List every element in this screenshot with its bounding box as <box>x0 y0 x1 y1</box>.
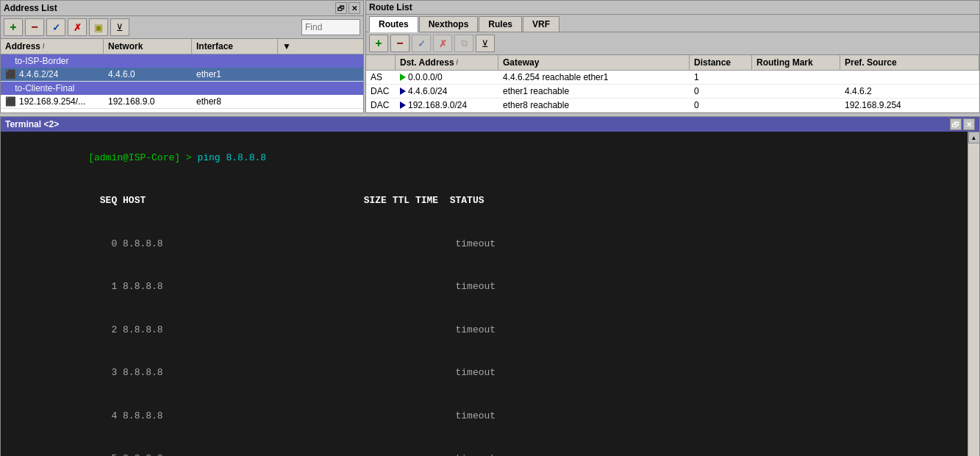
col-header-interface[interactable]: Interface <box>192 39 278 54</box>
route-toolbar: + − ✓ ✗ ⧉ ⊻ <box>366 32 979 55</box>
terminal-line: 1 8.8.8.8 timeout <box>8 266 960 309</box>
sort-arrow-dst: / <box>457 59 459 66</box>
route-gw-1: ether1 reachable <box>498 85 690 98</box>
route-filter-icon: ⊻ <box>482 38 489 49</box>
add-icon: + <box>10 21 16 34</box>
table-row[interactable]: DAC 192.168.9.0/24 ether8 reachable 0 19… <box>366 99 979 113</box>
terminal-line: [admin@ISP-Core] > ping 8.8.8.8 <box>8 136 960 179</box>
col-header-address[interactable]: Address / <box>1 39 104 54</box>
route-list-panel: Route List Routes Nexthops Rules VRF + <box>365 0 980 113</box>
col-header-flag <box>366 55 396 70</box>
cell-network: 4.4.6.0 <box>104 68 192 81</box>
route-check-button[interactable]: ✓ <box>412 35 431 52</box>
route-dist-1: 0 <box>690 85 752 98</box>
find-input[interactable] <box>301 19 360 35</box>
remove-icon: − <box>31 21 37 34</box>
route-dst-1: 4.4.6.0/24 <box>396 85 498 98</box>
col-header-gw[interactable]: Gateway <box>498 55 690 70</box>
tri-green-icon <box>400 74 406 81</box>
check-icon: ✓ <box>52 22 60 33</box>
table-row[interactable]: AS 0.0.0.0/0 4.4.6.254 reachable ether1 … <box>366 71 979 85</box>
route-ps-0 <box>840 76 979 79</box>
route-rm-0 <box>752 76 840 79</box>
close-button[interactable]: ✕ <box>348 2 360 14</box>
x-button[interactable]: ✗ <box>68 18 87 36</box>
terminal-titlebar: Terminal <2> 🗗 ✕ <box>1 117 979 132</box>
route-flag-dac-1: DAC <box>366 85 396 98</box>
terminal-restore-button[interactable]: 🗗 <box>950 118 962 130</box>
route-gw-2: ether8 reachable <box>498 99 690 112</box>
tri-darkblue-icon-1 <box>400 88 406 95</box>
route-add-button[interactable]: + <box>369 35 388 52</box>
address-icon: ⬛ <box>5 69 16 79</box>
address-table-body: ;;; to-ISP-Border ⬛ 4.4.6.2/24 4.4.6.0 e… <box>1 54 363 113</box>
scroll-track[interactable] <box>968 143 979 456</box>
terminal-line: 3 8.8.8.8 timeout <box>8 352 960 395</box>
terminal-content: [admin@ISP-Core] > ping 8.8.8.8 SEQ HOST… <box>8 136 960 456</box>
route-table-header: Dst. Address / Gateway Distance Routing … <box>366 55 979 71</box>
cell-interface: ether1 <box>192 68 363 81</box>
group-dots-2: ;;; <box>5 84 12 93</box>
dropdown-arrow-icon: ▼ <box>282 41 291 51</box>
terminal-line: 0 8.8.8.8 timeout <box>8 222 960 266</box>
address-list-titlebar: Address List 🗗 ✕ <box>1 1 363 16</box>
route-flag-as: AS <box>366 71 396 84</box>
route-dist-0: 1 <box>690 71 752 84</box>
add-button[interactable]: + <box>4 18 23 36</box>
cell-network-2: 192.168.9.0 <box>104 95 192 108</box>
group-row-cliente-final[interactable]: ;;; to-Cliente-Final <box>1 82 363 95</box>
col-header-dist[interactable]: Distance <box>690 55 752 70</box>
col-header-rm[interactable]: Routing Mark <box>752 55 840 70</box>
address-list-title: Address List <box>4 3 57 13</box>
cell-address-2: ⬛ 192.168.9.254/... <box>1 95 104 108</box>
route-dst-2: 192.168.9.0/24 <box>396 99 498 112</box>
terminal-body[interactable]: [admin@ISP-Core] > ping 8.8.8.8 SEQ HOST… <box>1 132 968 456</box>
tab-routes[interactable]: Routes <box>369 16 418 32</box>
route-rm-1 <box>752 90 840 93</box>
col-header-dst[interactable]: Dst. Address / <box>396 55 498 70</box>
scroll-up-icon: ▲ <box>971 135 977 141</box>
tab-rules[interactable]: Rules <box>479 16 522 32</box>
group-dots-1: ;;; <box>5 57 12 65</box>
tab-vrf[interactable]: VRF <box>523 16 559 32</box>
copy-button[interactable]: ▣ <box>89 18 108 36</box>
route-check-icon: ✓ <box>418 38 426 49</box>
address-list-toolbar: + − ✓ ✗ ▣ ⊻ <box>1 16 363 39</box>
route-flag-dac-2: DAC <box>366 99 396 112</box>
sort-arrow-address: / <box>43 43 45 50</box>
table-row[interactable]: DAC 4.4.6.0/24 ether1 reachable 0 4.4.6.… <box>366 85 979 99</box>
route-add-icon: + <box>375 37 382 50</box>
route-filter-button[interactable]: ⊻ <box>476 35 495 52</box>
terminal-panel: Terminal <2> 🗗 ✕ [admin@ISP-Core] > ping… <box>0 116 980 456</box>
route-ps-2: 192.168.9.254 <box>840 99 979 112</box>
col-header-dropdown[interactable]: ▼ <box>278 39 363 54</box>
terminal-close-button[interactable]: ✕ <box>963 118 975 130</box>
route-gw-0: 4.4.6.254 reachable ether1 <box>498 71 690 84</box>
col-header-network[interactable]: Network <box>104 39 192 54</box>
cell-address: ⬛ 4.4.6.2/24 <box>1 68 104 81</box>
tab-nexthops[interactable]: Nexthops <box>419 16 479 32</box>
route-dist-2: 0 <box>690 99 752 112</box>
col-header-ps[interactable]: Pref. Source <box>840 55 979 70</box>
route-x-icon: ✗ <box>439 38 447 49</box>
table-row[interactable]: ⬛ 4.4.6.2/24 4.4.6.0 ether1 <box>1 68 363 82</box>
filter-button[interactable]: ⊻ <box>110 18 129 36</box>
route-copy-icon: ⧉ <box>461 38 468 49</box>
route-x-button[interactable]: ✗ <box>433 35 452 52</box>
address-list-panel: Address List 🗗 ✕ + − ✓ <box>0 0 364 113</box>
close-icon: ✕ <box>351 4 357 13</box>
check-button[interactable]: ✓ <box>46 18 65 36</box>
address-icon-2: ⬛ <box>5 96 16 107</box>
group-row-isp-border[interactable]: ;;; to-ISP-Border <box>1 54 363 68</box>
tri-darkblue-icon-2 <box>400 101 406 109</box>
scroll-up-button[interactable]: ▲ <box>968 132 980 143</box>
route-ps-1: 4.4.6.2 <box>840 85 979 98</box>
restore-button[interactable]: 🗗 <box>335 2 347 14</box>
restore-icon: 🗗 <box>337 4 345 13</box>
filter-icon: ⊻ <box>116 22 124 33</box>
route-remove-button[interactable]: − <box>390 35 409 52</box>
remove-button[interactable]: − <box>25 18 44 36</box>
route-copy-button[interactable]: ⧉ <box>454 35 473 52</box>
route-list-titlebar: Route List <box>366 1 979 15</box>
table-row[interactable]: ⬛ 192.168.9.254/... 192.168.9.0 ether8 <box>1 95 363 109</box>
